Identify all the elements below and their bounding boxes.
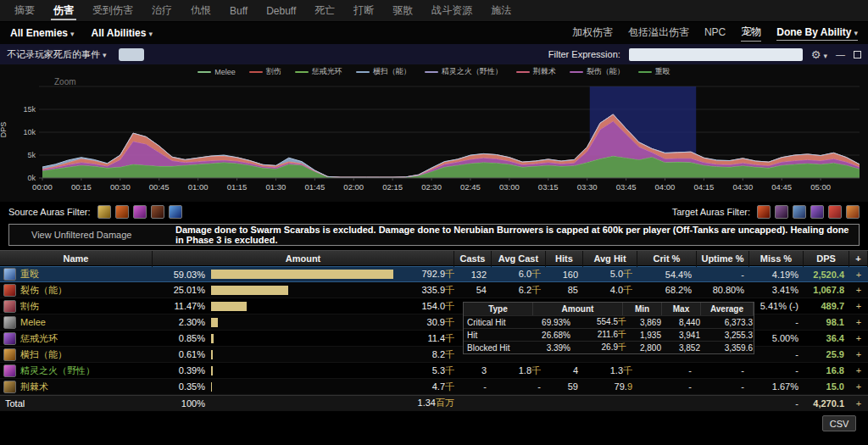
tooltip-column-Max: Max (662, 303, 701, 315)
svg-text:00:45: 00:45 (149, 182, 170, 192)
legend-item[interactable]: 精灵之火（野性） (425, 66, 503, 77)
filter-expression-input[interactable] (629, 48, 803, 61)
column-header-+[interactable]: + (849, 251, 868, 267)
nav-tab-Buff[interactable]: Buff (220, 0, 257, 21)
subnav-link[interactable]: 宠物 (741, 25, 761, 42)
events-after-death-dropdown[interactable]: 不记录玩家死后的事件▾ (7, 48, 107, 61)
target-aura-icon[interactable] (828, 205, 842, 219)
ability-icon[interactable] (3, 268, 16, 281)
ability-name[interactable]: 重殴 (20, 268, 39, 281)
expand-row-button[interactable]: + (849, 381, 868, 392)
ability-name[interactable]: Melee (20, 317, 46, 327)
amount-cell: 0.61%8.2千 (153, 347, 454, 362)
nav-tab-死亡[interactable]: 死亡 (305, 0, 344, 21)
ability-name[interactable]: 裂伤（能） (20, 284, 67, 297)
gear-icon[interactable]: ⚙▾ (811, 48, 827, 61)
column-header-DPS[interactable]: DPS (804, 251, 849, 267)
nav-tab-打断[interactable]: 打断 (344, 0, 383, 21)
column-header-Avg Hit[interactable]: Avg Hit (583, 251, 637, 267)
nav-tab-摘要[interactable]: 摘要 (5, 0, 44, 21)
abilities-dropdown[interactable]: All Abilities▾ (92, 27, 153, 39)
table-row[interactable]: 精灵之火（野性）0.39%5.3千31.8千41.3千---16.8+ (0, 363, 868, 379)
expand-row-button[interactable]: + (849, 270, 868, 280)
expand-row-button[interactable]: + (849, 365, 868, 375)
damage-exclusion-banner: View Unfiltered Damage Damage done to Sw… (8, 224, 860, 246)
expand-row-button[interactable]: + (849, 301, 868, 311)
table-cell: 80.80% (697, 285, 749, 295)
table-row[interactable]: 荆棘术0.35%4.7千--5979.9--1.67%15.0+ (0, 379, 868, 395)
ability-icon[interactable] (3, 332, 16, 345)
svg-text:01:00: 01:00 (188, 182, 209, 192)
ability-icon[interactable] (3, 300, 16, 313)
ability-name[interactable]: 精灵之火（野性） (20, 364, 95, 377)
column-header-Miss %[interactable]: Miss % (749, 251, 804, 267)
ability-icon[interactable] (3, 316, 16, 329)
nav-tab-战斗资源[interactable]: 战斗资源 (422, 0, 481, 21)
legend-item[interactable]: 割伤 (249, 66, 281, 77)
events-after-death-toggle[interactable] (119, 48, 144, 61)
ability-name[interactable]: 惩戒光环 (20, 332, 58, 345)
nav-tab-Debuff[interactable]: Debuff (257, 0, 305, 21)
source-aura-icon[interactable] (169, 205, 182, 219)
nav-tab-驱散[interactable]: 驱散 (383, 0, 422, 21)
column-header-Crit %[interactable]: Crit % (637, 251, 697, 267)
enemies-dropdown[interactable]: All Enemies▾ (10, 27, 75, 39)
nav-tab-伤害[interactable]: 伤害 (44, 0, 83, 21)
ability-name[interactable]: 荆棘术 (20, 381, 48, 393)
column-header-Avg Cast[interactable]: Avg Cast (492, 251, 546, 267)
target-aura-icon[interactable] (810, 205, 824, 219)
csv-export-button[interactable]: CSV (822, 415, 856, 431)
ability-icon[interactable] (3, 364, 16, 377)
source-aura-icon[interactable] (115, 205, 129, 219)
ability-icon[interactable] (3, 284, 16, 297)
subnav-link[interactable]: 加权伤害 (572, 25, 613, 42)
subnav-link[interactable]: NPC (704, 26, 726, 40)
column-header-Casts[interactable]: Casts (454, 251, 492, 267)
target-aura-icon[interactable] (757, 205, 771, 219)
target-aura-icon[interactable] (846, 205, 860, 219)
nav-tab-治疗[interactable]: 治疗 (142, 0, 181, 21)
expand-row-button[interactable]: + (849, 398, 868, 409)
source-aura-icon[interactable] (151, 205, 164, 219)
ability-name[interactable]: 横扫（能） (20, 348, 67, 361)
column-header-Hits[interactable]: Hits (546, 251, 583, 267)
table-row[interactable]: 重殴59.03%792.9千1326.0千1605.0千54.4%-4.19%2… (0, 266, 868, 282)
table-cell: 160 (546, 270, 583, 280)
legend-item[interactable]: 惩戒光环 (295, 66, 342, 77)
column-header-Name[interactable]: Name (0, 251, 153, 267)
source-aura-icon[interactable] (97, 205, 111, 219)
expand-row-button[interactable]: + (849, 285, 868, 295)
dps-chart-svg[interactable]: 0k5k10k15k00:0000:1500:3000:4501:0001:15… (0, 75, 868, 202)
expand-row-button[interactable]: + (849, 333, 868, 343)
filter-bar: 不记录玩家死后的事件▾ Filter Expression: ⚙▾ — (0, 44, 868, 64)
target-aura-icon[interactable] (793, 205, 806, 219)
legend-item[interactable]: 重殴 (638, 66, 670, 77)
legend-item[interactable]: 荆棘术 (516, 66, 556, 77)
enemies-dropdown-label: All Enemies (10, 27, 68, 39)
done-by-ability-label: Done By Ability (776, 26, 851, 38)
maximize-icon[interactable] (854, 51, 861, 58)
nav-tab-施法[interactable]: 施法 (481, 0, 520, 21)
legend-item[interactable]: 裂伤（能） (570, 66, 625, 77)
ability-icon[interactable] (3, 381, 16, 393)
svg-text:01:30: 01:30 (266, 182, 287, 192)
legend-item[interactable]: Melee (198, 66, 236, 77)
nav-tab-仇恨[interactable]: 仇恨 (181, 0, 220, 21)
subnav-link[interactable]: 包括溢出伤害 (628, 25, 689, 42)
nav-tab-受到伤害[interactable]: 受到伤害 (83, 0, 142, 21)
column-header-Amount[interactable]: Amount (153, 251, 454, 267)
view-unfiltered-damage-button[interactable]: View Unfiltered Damage (9, 225, 175, 245)
source-aura-icon[interactable] (133, 205, 147, 219)
legend-item[interactable]: 横扫（能） (356, 66, 411, 77)
ability-name[interactable]: 割伤 (20, 300, 39, 313)
done-by-ability-dropdown[interactable]: Done By Ability▾ (776, 26, 858, 41)
amount-cell: 0.35%4.7千 (153, 379, 454, 394)
expand-row-button[interactable]: + (849, 349, 868, 359)
table-cell: 1.3千 (583, 364, 637, 377)
ability-icon[interactable] (3, 348, 16, 361)
minimize-icon[interactable]: — (836, 50, 845, 59)
expand-row-button[interactable]: + (849, 317, 868, 327)
column-header-Uptime %[interactable]: Uptime % (697, 251, 749, 267)
table-row[interactable]: 裂伤（能）25.01%335.9千546.2千854.0千68.2%80.80%… (0, 282, 868, 298)
target-aura-icon[interactable] (775, 205, 788, 219)
